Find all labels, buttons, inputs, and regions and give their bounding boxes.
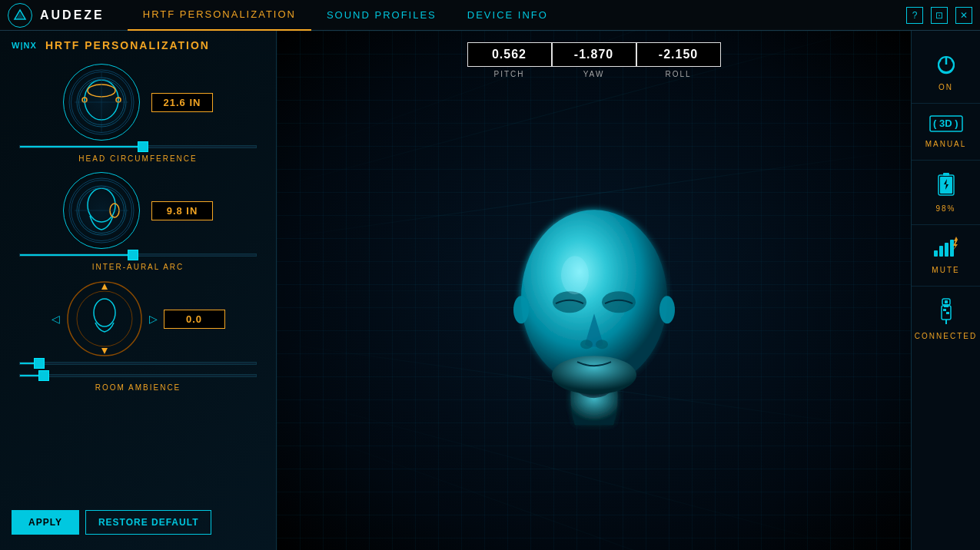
yaw-item: -1.870 YAW xyxy=(552,42,636,78)
battery-label: 98% xyxy=(935,204,955,213)
yaw-label: YAW xyxy=(583,70,605,78)
svg-point-14 xyxy=(110,204,119,217)
svg-point-3 xyxy=(69,70,134,134)
svg-rect-46 xyxy=(946,312,949,314)
svg-rect-40 xyxy=(945,243,948,257)
mute-label: MUTE xyxy=(932,266,959,274)
pitch-item: 0.562 PITCH xyxy=(467,42,552,78)
wnx-logo: W|NX xyxy=(12,38,39,52)
head-3d-model xyxy=(487,171,702,436)
panel-title: HRTF PERSONALIZATION xyxy=(45,39,210,51)
svg-point-28 xyxy=(513,296,529,323)
inter-aural-slider[interactable] xyxy=(12,253,264,257)
power-icon xyxy=(935,54,957,78)
svg-point-18 xyxy=(94,299,115,326)
right-arrow-icon: ▷ xyxy=(149,313,158,325)
svg-rect-45 xyxy=(943,309,946,311)
close-button[interactable]: ✕ xyxy=(955,7,972,24)
head-top-view xyxy=(63,64,140,141)
left-panel: W|NX HRTF PERSONALIZATION xyxy=(0,31,277,550)
inter-aural-value[interactable]: 9.8 IN xyxy=(151,201,213,220)
pitch-label: PITCH xyxy=(494,70,525,78)
svg-text:( 3D ): ( 3D ) xyxy=(933,118,958,129)
svg-point-22 xyxy=(552,356,636,394)
head-side-view xyxy=(63,172,140,249)
tab-device-info[interactable]: DEVICE INFO xyxy=(452,0,563,31)
ear-offset-section: ◁ ▷ 0.0 xyxy=(12,280,264,365)
svg-point-7 xyxy=(82,98,87,102)
ear-offset-value[interactable]: 0.0 xyxy=(164,310,225,329)
pitch-value: 0.562 xyxy=(467,42,552,67)
svg-point-4 xyxy=(77,78,126,127)
svg-point-11 xyxy=(69,178,134,243)
power-item[interactable]: ON xyxy=(912,42,980,104)
head-circumference-section: 21.6 IN HEAD CIRCUMFERENCE xyxy=(12,64,264,163)
room-ambience-slider[interactable] xyxy=(12,374,264,377)
connected-item: CONNECTED xyxy=(912,287,980,352)
svg-marker-20 xyxy=(101,348,108,354)
yaw-value: -1.870 xyxy=(552,42,636,67)
left-arrow-icon: ◁ xyxy=(51,313,60,325)
room-ambience-label: ROOM AMBIENCE xyxy=(12,383,264,392)
svg-rect-39 xyxy=(939,246,943,257)
arc-circle xyxy=(66,280,143,357)
svg-point-26 xyxy=(596,340,608,349)
tab-hrtf[interactable]: HRTF PERSONALIZATION xyxy=(128,0,311,31)
svg-point-17 xyxy=(77,291,132,346)
head-circumference-label: HEAD CIRCUMFERENCE xyxy=(12,154,264,163)
inter-aural-section: 9.8 IN INTER-AURAL ARC xyxy=(12,172,264,271)
inter-aural-label: INTER-AURAL ARC xyxy=(12,263,264,271)
window-button[interactable]: ⊡ xyxy=(931,7,948,24)
nav-tabs: HRTF PERSONALIZATION SOUND PROFILES DEVI… xyxy=(128,0,906,31)
battery-item: 98% xyxy=(912,161,980,225)
svg-point-13 xyxy=(88,188,115,222)
center-area: 0.562 PITCH -1.870 YAW -2.150 ROLL xyxy=(277,31,911,550)
power-label: ON xyxy=(938,83,953,91)
head-visual-row-2: 9.8 IN xyxy=(12,172,264,249)
svg-point-25 xyxy=(580,340,593,349)
svg-point-8 xyxy=(116,98,121,102)
battery-icon xyxy=(937,172,955,200)
svg-rect-49 xyxy=(945,300,948,303)
svg-point-12 xyxy=(77,186,126,235)
manual-3d-item[interactable]: ( 3D ) MANUAL xyxy=(912,104,980,161)
help-button[interactable]: ? xyxy=(906,7,923,24)
connected-label: CONNECTED xyxy=(915,332,977,340)
apply-button[interactable]: APPLY xyxy=(12,510,79,535)
svg-point-6 xyxy=(88,84,115,97)
manual-label: MANUAL xyxy=(925,140,967,148)
svg-rect-35 xyxy=(943,173,949,176)
roll-item: -2.150 ROLL xyxy=(636,42,721,78)
svg-marker-19 xyxy=(101,283,108,290)
mute-item[interactable]: MUTE xyxy=(912,225,980,287)
svg-rect-41 xyxy=(950,240,954,257)
orientation-row: 0.562 PITCH -1.870 YAW -2.150 ROLL xyxy=(467,42,721,78)
svg-point-29 xyxy=(659,296,675,323)
panel-header: W|NX HRTF PERSONALIZATION xyxy=(12,38,264,52)
head-visual-row-1: 21.6 IN xyxy=(12,64,264,141)
roll-label: ROLL xyxy=(665,70,691,78)
svg-point-16 xyxy=(68,282,141,356)
tab-sound-profiles[interactable]: SOUND PROFILES xyxy=(311,0,452,31)
restore-default-button[interactable]: RESTORE DEFAULT xyxy=(85,510,212,535)
svg-point-5 xyxy=(85,80,118,120)
brand-name: AUDEZE xyxy=(40,8,105,22)
head-circumference-value[interactable]: 21.6 IN xyxy=(151,93,213,112)
ear-offset-slider[interactable] xyxy=(12,362,264,365)
mute-icon xyxy=(934,237,958,261)
room-ambience-section: ROOM AMBIENCE xyxy=(12,374,264,392)
head-circumference-slider[interactable] xyxy=(12,145,264,148)
svg-rect-38 xyxy=(934,250,938,257)
right-panel: ON ( 3D ) MANUAL xyxy=(911,31,980,550)
main-layout: W|NX HRTF PERSONALIZATION xyxy=(0,31,980,550)
svg-point-27 xyxy=(561,256,589,294)
bottom-buttons: APPLY RESTORE DEFAULT xyxy=(12,510,211,535)
usb-connected-icon xyxy=(936,298,956,327)
svg-text:W|NX: W|NX xyxy=(12,41,37,50)
top-nav: AUDEZE HRTF PERSONALIZATION SOUND PROFIL… xyxy=(0,0,980,31)
manual-3d-icon: ( 3D ) xyxy=(929,115,963,135)
app-logo xyxy=(8,3,32,28)
roll-value: -2.150 xyxy=(636,42,721,67)
arc-visual: ◁ ▷ 0.0 xyxy=(12,280,264,357)
nav-right-icons: ? ⊡ ✕ xyxy=(906,7,972,24)
